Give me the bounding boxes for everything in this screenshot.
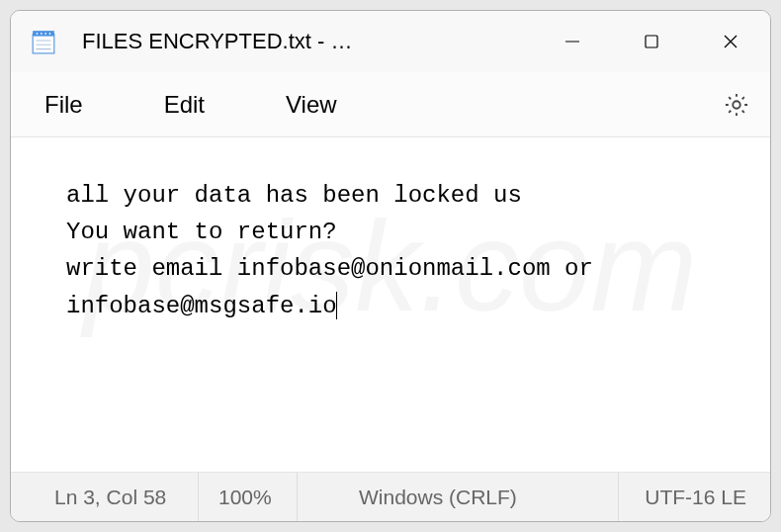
status-line-col[interactable]: Ln 3, Col 58 (11, 473, 199, 521)
svg-point-2 (37, 33, 39, 35)
statusbar: Ln 3, Col 58 100% Windows (CRLF) UTF-16 … (11, 472, 770, 521)
status-encoding[interactable]: UTF-16 LE (619, 473, 770, 521)
gear-icon[interactable] (723, 91, 750, 119)
text-cursor (336, 292, 337, 319)
menu-view[interactable]: View (286, 91, 337, 119)
minimize-button[interactable] (533, 11, 612, 72)
status-zoom[interactable]: 100% (199, 473, 298, 521)
svg-rect-10 (646, 36, 657, 47)
notepad-icon (31, 29, 56, 54)
text-line-2: You want to return? (66, 219, 337, 245)
window-title: FILES ENCRYPTED.txt - … (82, 29, 533, 54)
window-controls (533, 11, 770, 72)
svg-rect-0 (33, 34, 54, 52)
status-line-ending[interactable]: Windows (CRLF) (298, 473, 619, 521)
notepad-window: pcrisk.com FILES ENCRYPTED.txt - … (10, 10, 771, 522)
close-button[interactable] (691, 11, 770, 72)
maximize-button[interactable] (612, 11, 691, 72)
text-line-1: all your data has been locked us (66, 182, 522, 209)
svg-point-5 (49, 33, 51, 35)
text-content[interactable]: all your data has been locked us You wan… (11, 137, 770, 472)
svg-point-13 (733, 101, 739, 108)
menubar: File Edit View (11, 72, 770, 137)
menu-edit[interactable]: Edit (164, 91, 205, 119)
svg-point-3 (41, 33, 43, 35)
menu-file[interactable]: File (44, 91, 83, 119)
titlebar: FILES ENCRYPTED.txt - … (11, 11, 770, 72)
svg-point-4 (44, 33, 46, 35)
svg-rect-1 (33, 31, 54, 36)
